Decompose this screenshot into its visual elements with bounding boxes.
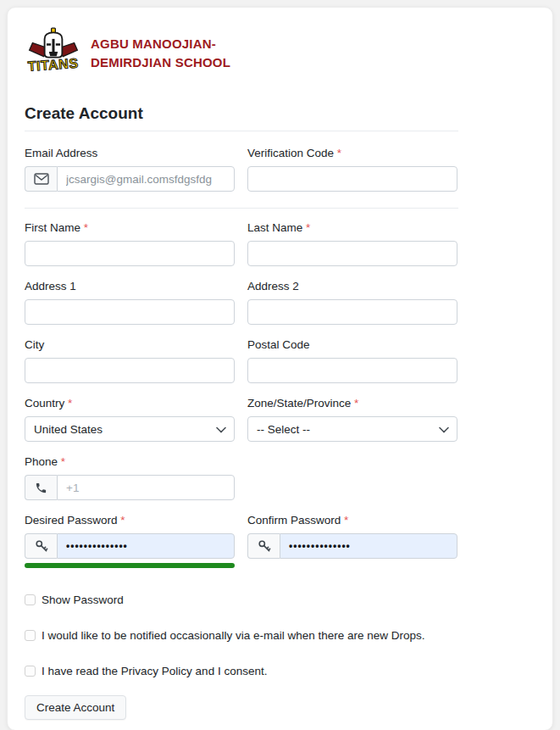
email-input-group: [25, 166, 235, 192]
phone-icon: [25, 475, 57, 500]
password-label: Desired Password *: [25, 514, 235, 527]
required-asterisk: *: [120, 514, 125, 527]
privacy-policy-link[interactable]: Privacy Policy: [121, 665, 192, 677]
phone-row-spacer: [247, 455, 457, 500]
required-asterisk: *: [337, 147, 341, 159]
city-label: City: [25, 338, 235, 351]
address2-label: Address 2: [247, 280, 457, 293]
confirm-password-input[interactable]: [280, 533, 457, 559]
confirm-password-input-group: [247, 533, 457, 559]
address-row: Address 1 Address 2: [25, 280, 458, 325]
city-postal-row: City Postal Code: [25, 338, 458, 383]
required-asterisk: *: [344, 514, 348, 527]
required-asterisk: *: [68, 397, 72, 410]
country-select[interactable]: United States: [25, 416, 235, 442]
envelope-icon: [25, 166, 57, 192]
address2-field-group: Address 2: [247, 280, 457, 325]
address1-field-group: Address 1: [25, 280, 235, 325]
page-title: Create Account: [25, 104, 458, 123]
confirm-password-label: Confirm Password *: [247, 514, 457, 527]
school-logo-icon: TITANS: [25, 26, 82, 81]
email-field-group: Email Address: [25, 147, 235, 192]
phone-row: Phone *: [25, 455, 458, 500]
city-input[interactable]: [25, 358, 235, 383]
key-icon: [25, 533, 57, 559]
address2-input[interactable]: [247, 299, 457, 325]
school-name: AGBU MANOOJIAN- DEMIRDJIAN SCHOOL: [91, 35, 230, 72]
postal-code-label: Postal Code: [247, 338, 457, 351]
email-label: Email Address: [25, 147, 235, 159]
notify-row: I would like to be notified occasionally…: [25, 629, 458, 642]
email-verification-row: Email Address Verification Code *: [25, 147, 458, 192]
confirm-password-field-group: Confirm Password *: [247, 514, 457, 568]
required-asterisk: *: [354, 397, 358, 410]
last-name-input[interactable]: [247, 241, 457, 266]
privacy-consent-label: I have read the Privacy Policy and I con…: [42, 665, 267, 677]
first-name-field-group: First Name *: [25, 221, 235, 266]
password-row: Desired Password * Confirm Password *: [25, 514, 458, 568]
phone-field-group: Phone *: [25, 455, 235, 500]
phone-input-group: [25, 475, 235, 500]
country-zone-row: Country * United States Zone/State/Provi…: [25, 397, 458, 442]
required-asterisk: *: [61, 455, 65, 468]
verification-code-field-group: Verification Code *: [247, 147, 457, 192]
name-row: First Name * Last Name *: [25, 221, 458, 266]
notify-checkbox[interactable]: [25, 630, 36, 641]
page-background: TITANS AGBU MANOOJIAN- DEMIRDJIAN SCHOOL…: [0, 0, 560, 730]
required-asterisk: *: [84, 221, 88, 234]
verification-code-input[interactable]: [247, 166, 457, 192]
create-account-card: TITANS AGBU MANOOJIAN- DEMIRDJIAN SCHOOL…: [7, 7, 553, 730]
address1-input[interactable]: [25, 299, 235, 325]
password-field-group: Desired Password *: [25, 514, 235, 568]
create-account-button[interactable]: Create Account: [25, 695, 126, 720]
heading-divider: [25, 131, 458, 131]
postal-code-input[interactable]: [247, 358, 457, 383]
password-input[interactable]: [57, 533, 235, 559]
school-name-line1: AGBU MANOOJIAN-: [91, 35, 230, 53]
key-icon: [247, 533, 280, 559]
phone-label: Phone *: [25, 455, 235, 468]
notify-label: I would like to be notified occasionally…: [42, 629, 424, 642]
email-input[interactable]: [57, 166, 235, 192]
privacy-consent-row: I have read the Privacy Policy and I con…: [25, 665, 458, 677]
logo-titans-text: TITANS: [27, 55, 79, 74]
brand-header: TITANS AGBU MANOOJIAN- DEMIRDJIAN SCHOOL: [25, 26, 535, 81]
show-password-row: Show Password: [25, 593, 458, 606]
verification-code-label: Verification Code *: [247, 147, 457, 159]
show-password-checkbox[interactable]: [25, 594, 36, 605]
first-name-label: First Name *: [25, 221, 235, 234]
privacy-consent-checkbox[interactable]: [25, 666, 36, 677]
last-name-label: Last Name *: [247, 221, 457, 234]
show-password-label: Show Password: [42, 593, 124, 606]
zone-select[interactable]: -- Select --: [247, 416, 457, 442]
first-name-input[interactable]: [25, 241, 235, 266]
postal-code-field-group: Postal Code: [247, 338, 457, 383]
school-name-line2: DEMIRDJIAN SCHOOL: [91, 53, 230, 72]
zone-field-group: Zone/State/Province * -- Select --: [247, 397, 457, 442]
section-divider: [25, 208, 458, 209]
password-strength-bar: [25, 563, 235, 568]
country-label: Country *: [25, 397, 235, 410]
password-input-group: [25, 533, 235, 559]
zone-label: Zone/State/Province *: [247, 397, 457, 410]
last-name-field-group: Last Name *: [247, 221, 457, 266]
required-asterisk: *: [306, 221, 310, 234]
city-field-group: City: [25, 338, 235, 383]
phone-input[interactable]: [57, 475, 235, 500]
address1-label: Address 1: [25, 280, 235, 293]
country-field-group: Country * United States: [25, 397, 235, 442]
